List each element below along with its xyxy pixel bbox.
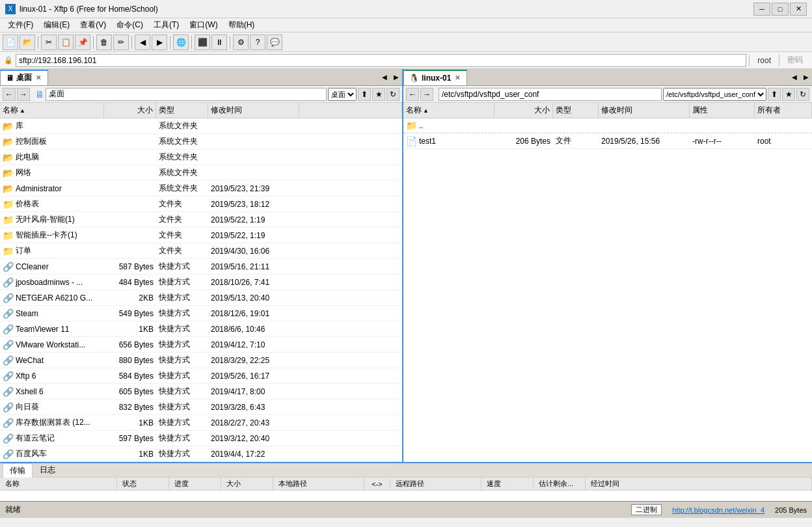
left-file-row[interactable]: 📂 网络 系统文件夹 [0,165,402,181]
toolbar-transfer-left[interactable]: ◀ [135,34,150,50]
menu-item-F[interactable]: 文件(F) [3,18,38,32]
toolbar-open[interactable]: 📂 [20,34,35,50]
toolbar-pause[interactable]: ⏸ [211,34,227,50]
left-file-row[interactable]: 🔗 CCleaner 587 Bytes 快捷方式 2019/5/16, 21:… [0,259,402,275]
left-bookmark-btn[interactable]: ★ [372,88,385,101]
address-input[interactable] [16,54,746,67]
file-icon: 📂 [3,137,13,147]
right-path-dropdown[interactable]: /etc/vsftpd/vsftpd_user_conf [663,88,766,101]
lock-icon: 🔒 [4,56,13,64]
right-file-row[interactable]: 📁 .. [403,118,812,133]
toolbar-settings[interactable]: ⚙ [233,34,249,50]
toolbar-copy[interactable]: 📋 [58,34,74,50]
file-icon: 📂 [3,121,13,131]
menu-item-H[interactable]: 帮助(H) [223,18,260,32]
file-icon: 📁 [3,215,13,225]
right-file-date [599,124,690,128]
transfer-tab-log[interactable]: 日志 [33,463,62,478]
left-file-extra [299,312,402,316]
left-upload-btn[interactable]: ⬆ [358,88,371,101]
left-file-row[interactable]: 🔗 jposboadminws - ... 484 Bytes 快捷方式 201… [0,275,402,290]
right-nav-back[interactable]: ← [406,88,419,101]
left-nav-forward[interactable]: → [17,88,30,101]
left-tab-prev[interactable]: ◀ [379,72,390,83]
toolbar-transfer-right[interactable]: ▶ [152,34,167,50]
left-nav-back[interactable]: ← [3,88,16,101]
toolbar-cut[interactable]: ✂ [41,34,57,50]
left-file-date: 2019/4/30, 16:06 [208,245,299,258]
right-header-owner[interactable]: 所有者 [755,103,812,118]
left-header-date[interactable]: 修改时间 [208,103,299,118]
left-path-dropdown[interactable]: 桌面 [328,88,357,101]
right-file-row[interactable]: 📄 test1 206 Bytes 文件 2019/5/26, 15:56 -r… [403,133,812,149]
menu-item-V[interactable]: 查看(V) [75,18,111,32]
right-tab-prev[interactable]: ◀ [789,72,800,83]
right-bookmark-btn[interactable]: ★ [782,88,795,101]
maximize-button[interactable]: □ [772,3,789,16]
right-tab-linux[interactable]: 🐧 linux-01 ✕ [403,70,467,85]
left-file-row[interactable]: 🔗 NETGEAR A6210 G... 2KB 快捷方式 2019/5/13,… [0,290,402,306]
right-file-list[interactable]: 名称▲ 大小 类型 修改时间 属性 所有者 📁 .. 📄 test1 [403,103,812,462]
right-path-input[interactable] [439,88,662,101]
right-nav-forward[interactable]: → [420,88,433,101]
right-tab-close[interactable]: ✕ [453,74,461,81]
left-tab-close[interactable]: ✕ [34,74,42,81]
left-file-extra [299,358,402,362]
toolbar-globe[interactable]: 🌐 [173,34,189,50]
transfer-tab-transfer[interactable]: 传输 [3,463,33,478]
left-file-row[interactable]: 📂 此电脑 系统文件夹 [0,150,402,165]
right-header-name[interactable]: 名称▲ [403,103,494,118]
left-refresh-btn[interactable]: ↻ [386,88,399,101]
left-file-row[interactable]: 📁 智能插座--卡齐(1) 文件夹 2019/5/22, 1:19 [0,228,402,243]
left-file-row[interactable]: 🔗 WeChat 880 Bytes 快捷方式 2018/3/29, 22:25 [0,353,402,368]
left-file-date: 2018/10/26, 7:41 [208,276,299,289]
left-tab-next[interactable]: ▶ [391,72,401,83]
left-file-row[interactable]: 🔗 Steam 549 Bytes 快捷方式 2018/12/6, 19:01 [0,306,402,321]
toolbar-info[interactable]: 💬 [267,34,282,50]
left-file-row[interactable]: 🔗 Xshell 6 605 Bytes 快捷方式 2019/4/17, 8:0… [0,384,402,399]
right-header-date[interactable]: 修改时间 [599,103,690,118]
toolbar-new[interactable]: 📄 [3,34,18,50]
left-header-name[interactable]: 名称▲ [0,103,104,118]
right-file-size: 206 Bytes [494,135,553,148]
left-file-row[interactable]: 🔗 Xftp 6 584 Bytes 快捷方式 2019/5/26, 16:17 [0,368,402,384]
left-file-row[interactable]: 🔗 百度风车 1KB 快捷方式 2019/4/4, 17:22 [0,446,402,462]
toolbar-help[interactable]: ? [250,34,265,50]
left-file-row[interactable]: 🔗 VMware Workstati... 656 Bytes 快捷方式 201… [0,337,402,353]
left-file-row[interactable]: 📁 订单 文件夹 2019/4/30, 16:06 [0,243,402,259]
right-upload-btn[interactable]: ⬆ [768,88,781,101]
toolbar-sep-3 [131,36,132,49]
left-header-size[interactable]: 大小 [104,103,156,118]
left-file-size: 2KB [104,291,156,304]
left-file-row[interactable]: 📂 控制面板 系统文件夹 [0,134,402,150]
right-header-size[interactable]: 大小 [494,103,553,118]
left-file-size: 587 Bytes [104,260,156,273]
right-tab-next[interactable]: ▶ [801,72,811,83]
left-file-date: 2019/4/12, 7:10 [208,338,299,351]
toolbar-paste[interactable]: 📌 [75,34,90,50]
menu-item-W[interactable]: 窗口(W) [184,18,223,32]
menu-item-T[interactable]: 工具(T) [148,18,184,32]
left-file-row[interactable]: 📂 库 系统文件夹 [0,118,402,134]
left-file-row[interactable]: 🔗 向日葵 832 Bytes 快捷方式 2019/3/28, 6:43 [0,399,402,415]
menu-item-E[interactable]: 编辑(E) [38,18,75,32]
left-file-row[interactable]: 🔗 TeamViewer 11 1KB 快捷方式 2018/6/6, 10:46 [0,321,402,337]
toolbar-delete[interactable]: 🗑 [96,34,112,50]
left-path-input[interactable] [46,88,327,101]
right-header-type[interactable]: 类型 [553,103,599,118]
left-file-row[interactable]: 🔗 有道云笔记 597 Bytes 快捷方式 2019/3/12, 20:40 [0,431,402,446]
left-file-row[interactable]: 📂 Administrator 系统文件夹 2019/5/23, 21:39 [0,181,402,196]
close-button[interactable]: ✕ [790,3,807,16]
toolbar-rename[interactable]: ✏ [113,34,129,50]
left-file-row[interactable]: 📁 价格表 文件夹 2019/5/23, 18:12 [0,196,402,212]
right-header-perm[interactable]: 属性 [690,103,755,118]
left-file-row[interactable]: 📁 无叶风扇-智能(1) 文件夹 2019/5/22, 1:19 [0,212,402,228]
left-tab-desktop[interactable]: 🖥 桌面 ✕ [0,70,48,85]
left-file-list[interactable]: 名称▲ 大小 类型 修改时间 📂 库 系统文件夹 📂 控制面板 系统文件夹 [0,103,402,462]
left-file-row[interactable]: 🔗 库存数据测算表 (12... 1KB 快捷方式 2018/2/27, 20:… [0,415,402,431]
menu-item-C[interactable]: 命令(C) [111,18,148,32]
right-refresh-btn[interactable]: ↻ [796,88,809,101]
toolbar-stop[interactable]: ⬛ [195,34,210,50]
minimize-button[interactable]: ─ [753,3,770,16]
left-header-type[interactable]: 类型 [156,103,208,118]
